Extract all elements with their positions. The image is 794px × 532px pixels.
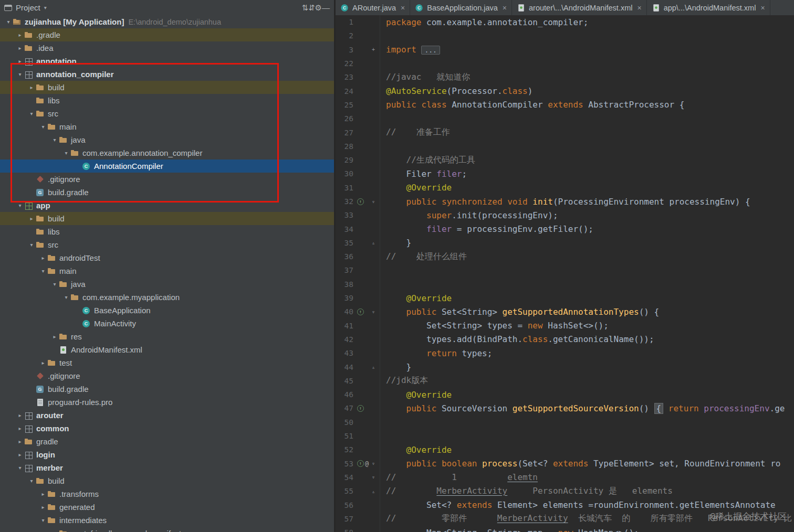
code-line-24[interactable]: 24@AutoService(Processor.class) [336,84,794,98]
chevron-down-icon[interactable]: ▾ [50,137,59,143]
tree-item-mainactivity[interactable]: MainActivity [0,317,334,330]
chevron-right-icon[interactable]: ▸ [16,45,24,51]
tree-item-com-example-annotation-compiler[interactable]: ▾com.example.annotation_compiler [0,146,334,159]
override-method-icon[interactable]: ↑ [357,308,364,315]
tree-item--transforms[interactable]: ▸.transforms [0,487,334,501]
override-method-icon[interactable]: ↑ [357,198,364,205]
tree-item-build-gradle[interactable]: build.gradle [0,382,334,396]
tree-item-intermediates[interactable]: ▾intermediates [0,514,334,527]
chevron-right-icon[interactable]: ▸ [16,425,24,431]
chevron-down-icon[interactable]: ▾ [39,517,47,523]
code-line-29[interactable]: 29 //生成代码的工具 [336,153,794,167]
tree-item--gitignore[interactable]: .gitignore [0,173,334,186]
code-line-45[interactable]: 45//jdk版本 [336,374,794,388]
editor-tab[interactable]: app\...\AndroidManifest.xml× [647,0,770,15]
tree-item-build[interactable]: ▾build [0,474,334,487]
tree-item-build[interactable]: ▸build [0,212,334,225]
project-view-dropdown[interactable]: Project [16,3,40,12]
tree-item-main[interactable]: ▾main [0,120,334,133]
editor-tab[interactable]: ARouter.java× [336,0,410,15]
tree-item-java[interactable]: ▾java [0,278,334,291]
fold-marker-icon[interactable]: ▵ [367,364,380,370]
chevron-down-icon[interactable]: ▾ [27,111,36,116]
chevron-right-icon[interactable]: ▸ [50,334,59,339]
chevron-right-icon[interactable]: ▸ [27,216,36,221]
tree-item-androidmanifest-xml[interactable]: AndroidManifest.xml [0,343,334,356]
code-line-40[interactable]: 40↑▿ public Set<String> getSupportedAnno… [336,305,794,318]
tree-item-test[interactable]: ▸test [0,356,334,369]
code-line-28[interactable]: 28 [336,140,794,153]
code-line-52[interactable]: 52 @Override [336,443,794,456]
tree-item-androidtest[interactable]: ▸androidTest [0,251,334,264]
code-line-25[interactable]: 25public class AnnotationCompiler extend… [336,98,794,112]
scroll-from-source-icon[interactable]: ⇅ [301,3,308,12]
chevron-down-icon[interactable]: ▾ [16,203,24,208]
code-line-44[interactable]: 44▵ } [336,360,794,374]
code-editor[interactable]: 1package com.example.annotation_compiler… [336,15,794,532]
override-method-icon[interactable]: ↑ [357,460,364,467]
tree-item-main[interactable]: ▾main [0,264,334,278]
chevron-down-icon[interactable]: ▾ [62,294,70,300]
chevron-right-icon[interactable]: ▸ [16,412,24,418]
fold-marker-icon[interactable]: ▿ [367,199,380,205]
code-line-32[interactable]: 32↑▿ public synchronized void init(Proce… [336,195,794,208]
chevron-right-icon[interactable]: ▸ [16,32,24,38]
tree-item-aapt-friendly-merged-manifests[interactable]: ▸aapt_friendly_merged_manifests [0,527,334,532]
close-tab-icon[interactable]: × [760,4,765,12]
tree-item-proguard-rules-pro[interactable]: proguard-rules.pro [0,396,334,409]
tree-item-build-gradle[interactable]: build.gradle [0,186,334,199]
close-tab-icon[interactable]: × [637,4,641,12]
code-line-33[interactable]: 33 super.init(processingEnv); [336,208,794,222]
tree-item-zujianhua-my-application-[interactable]: ▾zujianhua [My Application]E:\android_de… [0,15,334,28]
tree-item--idea[interactable]: ▸.idea [0,41,334,55]
chevron-down-icon[interactable]: ▾ [16,71,24,77]
code-line-55[interactable]: 55▵// MerberActivity PersonActivity 是 el… [336,484,794,498]
code-line-27[interactable]: 27// 准备工作 [336,125,794,139]
code-line-42[interactable]: 42 types.add(BindPath.class.getCanonical… [336,333,794,346]
close-tab-icon[interactable]: × [401,4,405,12]
chevron-right-icon[interactable]: ▸ [16,58,24,64]
tree-item-libs[interactable]: libs [0,225,334,238]
code-line-58[interactable]: 58 Map<String, String> map = new HashMap… [336,526,794,532]
tree-item--gitignore[interactable]: .gitignore [0,369,334,382]
chevron-down-icon[interactable]: ▾ [27,242,36,248]
code-line-30[interactable]: 30 Filer filer; [336,167,794,180]
tree-item-java[interactable]: ▾java [0,133,334,146]
close-tab-icon[interactable]: × [503,4,507,12]
tree-item-res[interactable]: ▸res [0,330,334,343]
editor-tab[interactable]: BaseApplication.java× [410,0,512,15]
fold-marker-icon[interactable]: ▿ [367,309,380,315]
code-line-1[interactable]: 1package com.example.annotation_compiler… [336,15,794,29]
chevron-down-icon[interactable]: ▾ [50,281,59,287]
code-line-34[interactable]: 34 filer = processingEnv.getFiler(); [336,222,794,236]
tree-item-annotation-compiler[interactable]: ▾annotation_compiler [0,68,334,81]
tree-item--gradle[interactable]: ▸.gradle [0,28,334,41]
code-line-43[interactable]: 43 return types; [336,346,794,360]
code-line-22[interactable]: 22 [336,57,794,70]
chevron-down-icon[interactable]: ▾ [16,465,24,471]
tree-item-common[interactable]: ▸common [0,422,334,435]
hide-panel-icon[interactable]: — [322,3,330,12]
tree-item-annotation[interactable]: ▸annotation [0,55,334,68]
tree-item-src[interactable]: ▾src [0,107,334,120]
collapse-all-icon[interactable]: ⇵ [308,3,315,12]
code-line-53[interactable]: 53↑@▿ public boolean process(Set<? exten… [336,457,794,471]
chevron-right-icon[interactable]: ▸ [27,84,36,90]
code-line-38[interactable]: 38 [336,278,794,291]
code-line-3[interactable]: 3+import ... [336,43,794,57]
code-line-54[interactable]: 54▿// 1 elemtn [336,471,794,484]
chevron-right-icon[interactable]: ▸ [16,452,24,457]
fold-marker-icon[interactable]: ▵ [367,488,380,494]
code-line-47[interactable]: 47↑ public SourceVersion getSupportedSou… [336,401,794,415]
tree-item-annotationcompiler[interactable]: AnnotationCompiler [0,159,334,173]
fold-marker-icon[interactable]: ▿ [367,474,380,480]
tree-item-app[interactable]: ▾app [0,199,334,212]
chevron-down-icon[interactable]: ▾ [4,19,13,25]
code-line-56[interactable]: 56 Set<? extends Element> elements =roun… [336,498,794,512]
code-line-46[interactable]: 46 @Override [336,388,794,401]
tree-item-arouter[interactable]: ▸arouter [0,409,334,422]
chevron-right-icon[interactable]: ▸ [39,360,47,366]
settings-icon[interactable]: ⚙ [315,3,322,12]
tree-item-src[interactable]: ▾src [0,238,334,251]
tree-item-generated[interactable]: ▸generated [0,501,334,514]
